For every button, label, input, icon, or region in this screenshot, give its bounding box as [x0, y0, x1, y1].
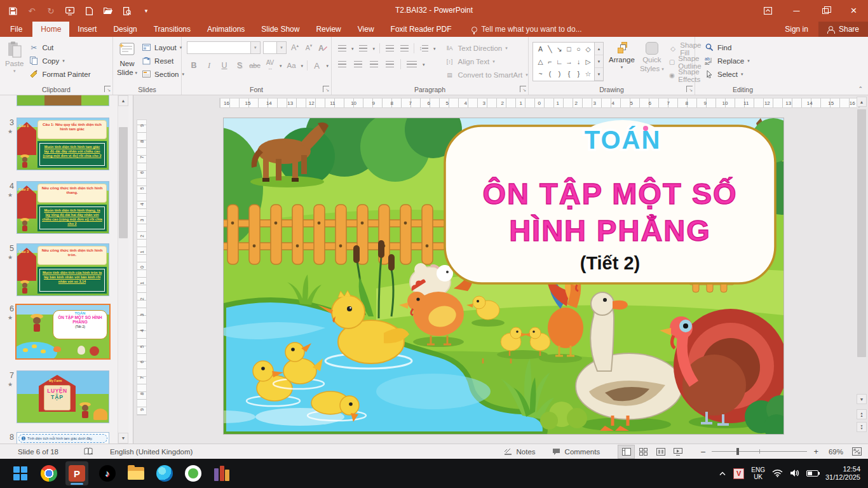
shrink-font-button[interactable]: A▾ [303, 41, 315, 54]
reading-view-button[interactable] [652, 445, 669, 459]
tab-view[interactable]: View [349, 22, 383, 37]
drawing-dialog-launcher[interactable]: ↘ [686, 86, 693, 92]
battery-icon[interactable] [806, 470, 818, 477]
thumbnail-slide-7[interactable]: My Farm LUYỆN TẬP [17, 370, 109, 423]
tab-insert[interactable]: Insert [69, 22, 105, 37]
underline-button[interactable]: U [219, 59, 230, 72]
slide-sorter-view-button[interactable] [635, 445, 652, 459]
unikey-tray-icon[interactable]: V [733, 468, 744, 479]
columns-icon[interactable] [407, 59, 417, 69]
language-tray-indicator[interactable]: ENGUK [751, 466, 765, 480]
tab-slide-show[interactable]: Slide Show [253, 22, 308, 37]
powerpoint-taskbar-icon-active[interactable]: P [65, 461, 88, 485]
language-indicator[interactable]: English (United Kingdom) [110, 448, 193, 456]
minimize-button[interactable]: ─ [782, 0, 811, 22]
paragraph-dialog-launcher[interactable]: ↘ [520, 86, 526, 92]
next-slide-button[interactable]: ▼▼ [857, 422, 867, 432]
grow-font-button[interactable]: A▴ [289, 41, 301, 54]
tab-home[interactable]: Home [32, 22, 69, 37]
copy-button[interactable]: Copy▾ [29, 54, 90, 67]
justify-icon[interactable] [384, 59, 395, 69]
numbering-icon[interactable] [358, 43, 369, 53]
bullets-icon[interactable] [337, 43, 347, 53]
zoom-level[interactable]: 69% [829, 448, 843, 456]
increase-indent-icon[interactable] [399, 43, 409, 53]
collapse-ribbon-button[interactable]: ⌃ [858, 86, 863, 92]
strikethrough-button[interactable]: abc [249, 59, 261, 72]
decrease-indent-icon[interactable] [384, 43, 395, 53]
italic-button[interactable]: I [203, 59, 215, 72]
thumbnail-slide-3[interactable]: Câu 1 Câu 1: Nêu quy tắc tính diện tích … [17, 118, 109, 170]
zoom-out-button[interactable]: − [700, 447, 705, 457]
thumbnail-slide-6-selected[interactable]: TOÁN ÔN TẬP MỘT SỐ HÌNH PHẲNG (Tiết 2) [15, 304, 111, 360]
thumbnail-slide-4[interactable]: Câu 2 Nêu công thức tính diện tích hình … [17, 181, 109, 234]
shapes-gallery[interactable]: A╲↘□○◇△⌐∟→↓▷~(){}☆▲▼▼ [532, 42, 604, 81]
spell-check-icon[interactable] [84, 447, 93, 456]
replace-button[interactable]: abacReplace▾ [704, 54, 790, 67]
clock[interactable]: 12:54 31/12/2025 [825, 465, 860, 482]
convert-smartart-button[interactable]: ▤Convert to SmartArt▾ [445, 68, 528, 81]
layout-button[interactable]: Layout▾ [141, 41, 184, 54]
text-direction-button[interactable]: ‖AText Direction▾ [445, 41, 528, 55]
coccoc-browser-icon[interactable] [184, 464, 203, 483]
scrollbar-thumb[interactable] [857, 109, 866, 357]
tab-transitions[interactable]: Transitions [146, 22, 199, 37]
tell-me-box[interactable]: Tell me what you want to do... [471, 22, 582, 37]
cut-button[interactable]: ✂Cut [29, 41, 90, 54]
zoom-slider[interactable] [712, 451, 807, 452]
paste-button[interactable]: Paste▾ [5, 41, 24, 81]
align-center-icon[interactable] [353, 59, 363, 69]
ribbon-display-options-button[interactable] [754, 0, 782, 22]
font-size-combo[interactable]: ▾ [263, 41, 287, 54]
restore-button[interactable] [811, 0, 839, 22]
thumbnail-scrollbar[interactable]: ▲ ▼ [118, 95, 128, 444]
slide-show-button[interactable] [669, 445, 686, 459]
thumbnail-slide-2-partial[interactable] [17, 95, 109, 106]
new-slide-button[interactable]: New Slide▾ [117, 41, 137, 81]
vertical-scrollbar[interactable]: ▲ ▼ ▲▲ ▼▼ [857, 97, 867, 442]
winrar-icon[interactable] [212, 464, 231, 483]
scroll-down-button[interactable]: ▼ [857, 394, 867, 404]
find-button[interactable]: Find [704, 41, 790, 54]
tiktok-icon[interactable]: ♪ [98, 464, 117, 483]
thumbnail-scroll-down-button[interactable]: ▼ [118, 433, 128, 444]
clear-formatting-button[interactable]: A [317, 41, 329, 54]
tab-animations[interactable]: Animations [199, 22, 253, 37]
previous-slide-button[interactable]: ▲▲ [857, 409, 867, 419]
clipboard-dialog-launcher[interactable]: ↘ [104, 86, 111, 92]
character-spacing-caret[interactable]: ▾ [280, 64, 282, 68]
arrange-button[interactable]: Arrange▾ [609, 42, 635, 69]
align-left-icon[interactable] [337, 59, 347, 69]
change-case-button[interactable]: Aa [286, 59, 297, 72]
chrome-icon[interactable] [39, 464, 58, 483]
thumbnail-scrollbar-thumb[interactable] [119, 127, 128, 238]
tab-file[interactable]: File [0, 22, 32, 37]
character-spacing-button[interactable]: AV↔ [264, 59, 276, 72]
tab-review[interactable]: Review [308, 22, 349, 37]
fit-slide-to-window-button[interactable] [852, 447, 862, 456]
font-name-combo[interactable]: ▾ [187, 41, 261, 54]
thumbnail-slide-8-partial[interactable]: 1 Tính diện tích mỗi hình tam giác dưới … [17, 432, 109, 444]
wifi-icon[interactable] [772, 469, 783, 478]
scroll-up-button[interactable]: ▲ [857, 97, 867, 107]
share-button[interactable]: Share [818, 22, 868, 37]
reset-button[interactable]: Reset [141, 54, 184, 67]
sign-in-button[interactable]: Sign in [775, 22, 818, 37]
tray-chevron-icon[interactable] [719, 470, 726, 477]
file-explorer-icon[interactable] [126, 464, 146, 483]
notes-button[interactable]: Notes [504, 448, 536, 456]
line-spacing-icon[interactable]: ↕ [419, 43, 429, 53]
thumbnail-scroll-up-button[interactable]: ▲ [118, 95, 128, 106]
font-dialog-launcher[interactable]: ↘ [323, 86, 329, 92]
bold-button[interactable]: B [188, 59, 200, 72]
align-text-button[interactable]: [↕]Align Text▾ [445, 55, 528, 68]
comments-button[interactable]: Comments [552, 448, 600, 456]
slide-canvas[interactable]: TOÁN ÔN TẬP MỘT SỐ HÌNH PHẲNG (Tiết 2) [224, 118, 783, 434]
text-shadow-button[interactable]: S [234, 59, 245, 72]
zoom-slider-thumb[interactable] [736, 448, 739, 455]
start-button[interactable] [11, 464, 30, 483]
edge-icon[interactable] [155, 464, 174, 483]
close-button[interactable]: × [839, 0, 868, 22]
format-painter-button[interactable]: Format Painter [29, 67, 90, 81]
tab-foxit-reader-pdf[interactable]: Foxit Reader PDF [383, 22, 460, 37]
